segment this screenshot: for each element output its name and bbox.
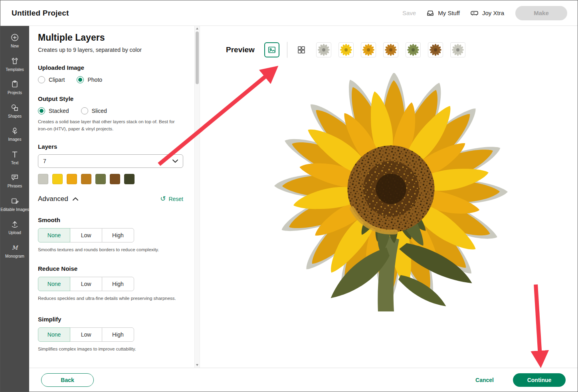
layer-swatch-5	[95, 174, 106, 184]
scroll-up-arrow[interactable]	[196, 28, 198, 30]
preview-canvas	[268, 73, 514, 357]
smooth-none-button[interactable]: None	[38, 228, 70, 242]
new-icon	[10, 33, 19, 42]
continue-button[interactable]: Continue	[513, 373, 566, 387]
machine-icon	[470, 9, 479, 17]
layer-thumb-glyph	[340, 44, 352, 56]
scrollbar-thumb[interactable]	[196, 32, 199, 84]
smooth-high-button[interactable]: High	[102, 228, 134, 242]
my-stuff-label: My Stuff	[438, 10, 460, 16]
sidebar-label: Templates	[6, 67, 24, 72]
panel-scrollbar[interactable]	[194, 26, 200, 368]
simplify-high-button[interactable]: High	[102, 327, 134, 342]
monogram-icon: M	[10, 243, 19, 252]
output-style-options: Stacked Sliced	[38, 107, 187, 114]
smooth-label: Smooth	[38, 217, 187, 223]
layer-thumb-glyph	[452, 44, 464, 56]
cancel-button[interactable]: Cancel	[475, 377, 494, 383]
photo-radio[interactable]	[77, 76, 84, 83]
sidebar-item-new[interactable]: New	[0, 33, 29, 49]
sidebar-label: Upload	[8, 230, 21, 235]
sidebar-label: Editable Images	[0, 207, 29, 212]
sidebar-item-templates[interactable]: Templates	[0, 57, 29, 72]
reduce-noise-high-button[interactable]: High	[102, 277, 134, 291]
clipart-option[interactable]: Clipart	[38, 76, 65, 83]
sidebar-label: Images	[8, 137, 22, 142]
sunflower-image	[268, 73, 514, 355]
sidebar-item-phrases[interactable]: Phrases	[0, 173, 29, 189]
layer-thumb-glyph	[430, 44, 441, 56]
stacked-label: Stacked	[49, 108, 69, 114]
sidebar-item-projects[interactable]: Projects	[0, 80, 29, 95]
output-style-description: Creates a solid base layer that other la…	[38, 118, 178, 133]
reduce-noise-low-button[interactable]: Low	[70, 277, 102, 291]
advanced-toggle[interactable]: Advanced	[38, 195, 78, 203]
image-edit-icon	[10, 197, 19, 205]
machine-selector[interactable]: Joy Xtra	[470, 9, 504, 17]
layer-thumbnail-7[interactable]	[450, 42, 465, 57]
sliced-option[interactable]: Sliced	[81, 107, 107, 114]
sidebar-label: New	[11, 44, 19, 49]
layer-thumbnail-4[interactable]	[383, 42, 398, 57]
smooth-description: Smooths textures and rounds borders to r…	[38, 246, 178, 254]
chevron-up-icon	[73, 197, 78, 201]
layer-thumbnail-6[interactable]	[428, 42, 443, 57]
upload-icon	[10, 220, 19, 229]
multiple-layers-panel: Multiple Layers Creates up to 9 layers, …	[29, 26, 200, 368]
stacked-radio[interactable]	[38, 107, 45, 114]
preview-area: Preview	[200, 26, 578, 368]
simplify-none-button[interactable]: None	[38, 327, 70, 342]
my-stuff-button[interactable]: My Stuff	[426, 9, 460, 17]
clipart-label: Clipart	[49, 77, 65, 83]
shapes-icon	[10, 103, 19, 112]
layers-count-select[interactable]: 7	[38, 154, 183, 168]
sidebar-item-shapes[interactable]: Shapes	[0, 103, 29, 119]
tshirt-icon	[10, 57, 19, 65]
make-button[interactable]: Make	[515, 6, 567, 20]
image-preview-button[interactable]	[264, 42, 279, 57]
layer-thumbnails	[316, 42, 465, 57]
sidebar-item-editable-images[interactable]: Editable Images	[0, 197, 29, 212]
sidebar-item-upload[interactable]: Upload	[0, 220, 29, 235]
sidebar-label: Monogram	[5, 254, 24, 259]
footer-actions: Cancel Continue	[475, 373, 566, 387]
layer-thumbnail-3[interactable]	[361, 42, 376, 57]
reset-button[interactable]: ↺ Reset	[160, 195, 183, 202]
undo-icon: ↺	[160, 195, 166, 202]
project-title: Untitled Project	[12, 9, 69, 18]
simplify-low-button[interactable]: Low	[70, 327, 102, 342]
all-layers-grid-button[interactable]	[294, 42, 309, 57]
layer-swatch-7	[124, 174, 135, 184]
photo-label: Photo	[87, 77, 102, 83]
output-style-label: Output Style	[38, 95, 187, 102]
sidebar-item-text[interactable]: Text	[0, 150, 29, 165]
layer-thumb-glyph	[385, 44, 397, 56]
layer-thumbnail-2[interactable]	[338, 42, 354, 57]
smooth-low-button[interactable]: Low	[70, 228, 102, 242]
layer-thumbnail-1[interactable]	[316, 42, 331, 57]
clipart-radio[interactable]	[38, 76, 45, 83]
reset-label: Reset	[168, 196, 183, 202]
reduce-noise-control: None Low High	[38, 277, 134, 291]
layer-thumb-glyph	[407, 44, 419, 56]
stacked-option[interactable]: Stacked	[38, 107, 69, 114]
sidebar-label: Projects	[8, 91, 22, 95]
back-button[interactable]: Back	[41, 373, 94, 387]
reduce-noise-none-button[interactable]: None	[38, 277, 70, 291]
simplify-label: Simplify	[38, 316, 187, 323]
sidebar-item-images[interactable]: Images	[0, 126, 29, 142]
scroll-down-arrow[interactable]	[196, 364, 198, 366]
layer-swatch-4	[81, 174, 91, 184]
panel-title: Multiple Layers	[38, 32, 187, 43]
uploaded-image-label: Uploaded Image	[38, 64, 187, 71]
layer-thumb-glyph	[318, 44, 330, 56]
layers-count-value: 7	[43, 158, 46, 164]
photo-option[interactable]: Photo	[77, 76, 102, 83]
save-button[interactable]: Save	[402, 10, 416, 16]
sidebar-label: Text	[11, 161, 18, 165]
sidebar-item-monogram[interactable]: M Monogram	[0, 243, 29, 259]
text-icon	[10, 150, 19, 159]
sliced-label: Sliced	[92, 108, 107, 114]
layer-thumbnail-5[interactable]	[406, 42, 421, 57]
sliced-radio[interactable]	[81, 107, 88, 114]
